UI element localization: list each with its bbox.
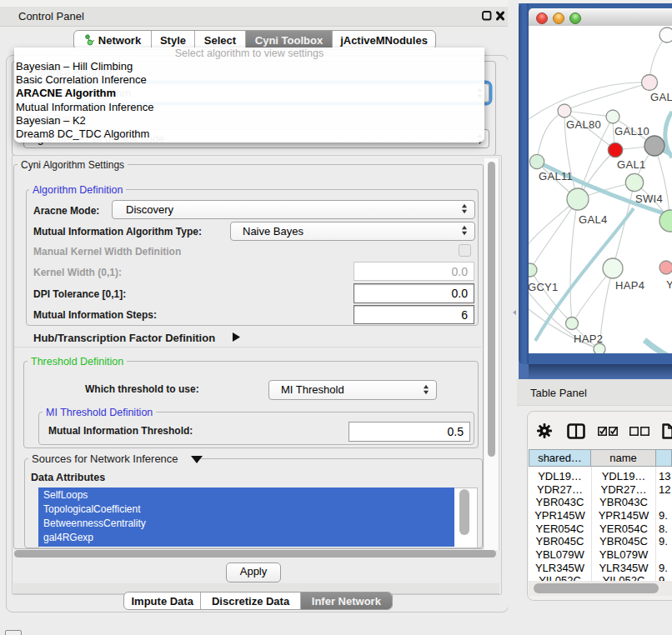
svg-text:GAL80: GAL80 [566,118,601,131]
svg-text:YM: YM [666,278,672,291]
svg-text:GAL1: GAL1 [617,158,645,171]
svg-text:GAL11: GAL11 [539,170,573,182]
svg-text:GAL2: GAL2 [650,91,672,103]
svg-text:GAL10: GAL10 [614,125,649,138]
svg-text:GCY1: GCY1 [529,281,559,293]
svg-text:HAP4: HAP4 [615,279,644,292]
svg-text:HAP2: HAP2 [574,332,603,345]
svg-text:SWI4: SWI4 [635,192,663,205]
svg-text:GAL4: GAL4 [579,213,607,226]
